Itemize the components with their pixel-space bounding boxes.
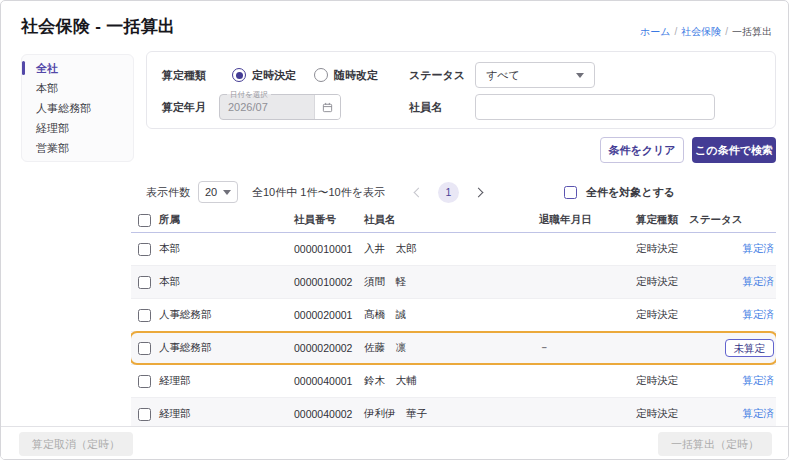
table-row[interactable]: 本部 0000010001 入井 太郎 定時決定 算定済 [131,233,776,266]
cell-employee-no: 0000040002 [294,408,364,420]
calc-type-radio-group: 定時決定 随時改定 [232,62,378,88]
row-checkbox[interactable] [138,276,151,289]
clear-conditions-button[interactable]: 条件をクリア [600,137,684,163]
cell-department: 経理部 [159,374,294,388]
cancel-calculation-button[interactable]: 算定取消（定時） [19,432,133,456]
cell-employee-no: 0000010002 [294,276,364,288]
cell-department: 本部 [159,242,294,256]
sidebar-item-honbu[interactable]: 本部 [22,78,133,98]
table-row[interactable]: 本部 0000010002 須間 軽 定時決定 算定済 [131,266,776,299]
datefield-floating-label: 日付を選択 [227,90,271,99]
employee-table: 所属 社員番号 社員名 退職年月日 算定種類 ステータス 本部 00000100… [131,208,776,428]
calendar-icon [322,102,333,113]
breadcrumb: ホーム/社会保険/一括算出 [640,25,772,39]
page-size-select[interactable]: 20 [198,181,238,203]
status-calculated-link[interactable]: 算定済 [743,407,775,419]
cell-employee-name: 髙橋 誠 [364,308,539,322]
footer-action-bar: 算定取消（定時） 一括算出（定時） [1,426,788,459]
cell-department: 人事総務部 [159,341,294,355]
select-all-checkbox[interactable] [564,186,577,199]
table-row[interactable]: 経理部 0000040001 鈴木 大輔 定時決定 算定済 [131,365,776,398]
pagination-next-icon[interactable] [473,187,483,197]
sidebar-item-accounting[interactable]: 経理部 [22,118,133,138]
header-status: ステータス [689,213,776,227]
chevron-down-icon [223,190,231,195]
cell-calc-type: 定時決定 [636,374,689,388]
status-calculated-link[interactable]: 算定済 [743,242,775,254]
header-department: 所属 [159,213,294,227]
breadcrumb-separator: / [674,26,677,37]
status-uncalculated-chip[interactable]: 未算定 [725,339,775,357]
cell-employee-no: 0000040001 [294,375,364,387]
header-retire-date: 退職年月日 [539,213,636,227]
cell-retire-date: － [539,341,636,355]
header-employee-name: 社員名 [364,213,539,227]
radio-zuiji-kaitei[interactable]: 随時改定 [314,68,378,83]
cell-employee-name: 伊利伊 華子 [364,407,539,421]
radio-dot-icon [232,68,246,82]
batch-calculate-button[interactable]: 一括算出（定時） [658,432,772,456]
cell-employee-no: 0000020002 [294,342,364,354]
radio-teiji-label: 定時決定 [252,68,296,83]
row-checkbox[interactable] [138,309,151,322]
cell-employee-no: 0000020001 [294,309,364,321]
page-size-value: 20 [205,186,217,198]
select-all-label: 全件を対象とする [586,185,675,200]
pagination-prev-icon[interactable] [413,187,423,197]
list-controls: 表示件数 20 全10件中 1件〜10件を表示 1 全件を対象とする [146,180,776,204]
row-checkbox[interactable] [138,243,151,256]
cell-department: 本部 [159,275,294,289]
cell-calc-type: 定時決定 [636,308,689,322]
cell-employee-name: 須間 軽 [364,275,539,289]
calc-type-label: 算定種類 [162,62,206,88]
page-size-label: 表示件数 [146,185,190,200]
row-checkbox[interactable] [138,375,151,388]
radio-zuiji-label: 随時改定 [334,68,378,83]
breadcrumb-current: 一括算出 [732,26,772,37]
cell-employee-name: 佐藤 凛 [364,341,539,355]
header-employee-no: 社員番号 [294,213,364,227]
row-checkbox[interactable] [138,408,151,421]
cell-employee-no: 0000010001 [294,243,364,255]
breadcrumb-section-link[interactable]: 社会保険 [681,26,721,37]
breadcrumb-home-link[interactable]: ホーム [640,26,670,37]
radio-dot-icon [314,68,328,82]
status-calculated-link[interactable]: 算定済 [743,308,775,320]
result-range-text: 全10件中 1件〜10件を表示 [252,185,385,200]
cell-calc-type: 定時決定 [636,275,689,289]
row-checkbox[interactable] [138,342,151,355]
header-checkbox[interactable] [138,214,151,227]
cell-calc-type: 定時決定 [636,242,689,256]
employee-name-label: 社員名 [409,94,442,120]
table-row[interactable]: 人事総務部 0000020001 髙橋 誠 定時決定 算定済 [131,299,776,332]
chevron-down-icon [576,73,584,78]
sidebar-item-hr-general[interactable]: 人事総務部 [22,98,133,118]
status-calculated-link[interactable]: 算定済 [743,374,775,386]
pagination-page-1[interactable]: 1 [438,182,459,203]
status-select-value: すべて [486,68,520,83]
search-filter-panel: 算定種類 定時決定 随時改定 ステータス すべて 算定年月 日付を選択 2026… [146,51,776,129]
status-calculated-link[interactable]: 算定済 [743,275,775,287]
sidebar-item-all-company[interactable]: 全社 [22,58,133,78]
page-title: 社会保険 - 一括算出 [21,15,175,38]
table-row[interactable]: 経理部 0000040002 伊利伊 華子 定時決定 算定済 [131,398,776,428]
department-sidebar: 全社 本部 人事総務部 経理部 営業部 [21,54,134,162]
cell-department: 人事総務部 [159,308,294,322]
status-label: ステータス [409,62,465,88]
radio-teiji-kettei[interactable]: 定時決定 [232,68,296,83]
header-calc-type: 算定種類 [636,213,689,227]
table-row-highlighted[interactable]: 人事総務部 0000020002 佐藤 凛 － 未算定 [131,332,776,365]
calendar-button[interactable] [314,95,340,119]
table-header-row: 所属 社員番号 社員名 退職年月日 算定種類 ステータス [131,208,776,233]
calc-month-datefield: 日付を選択 2026/07 [219,94,341,120]
employee-name-input[interactable] [475,94,715,120]
search-button[interactable]: この条件で検索 [692,137,776,163]
breadcrumb-separator: / [725,26,728,37]
status-select[interactable]: すべて [475,62,595,88]
calc-month-label: 算定年月 [162,94,206,120]
cell-department: 経理部 [159,407,294,421]
social-insurance-batch-page: 社会保険 - 一括算出 ホーム/社会保険/一括算出 全社 本部 人事総務部 経理… [0,0,789,460]
cell-employee-name: 入井 太郎 [364,242,539,256]
sidebar-item-sales[interactable]: 営業部 [22,138,133,158]
cell-employee-name: 鈴木 大輔 [364,374,539,388]
